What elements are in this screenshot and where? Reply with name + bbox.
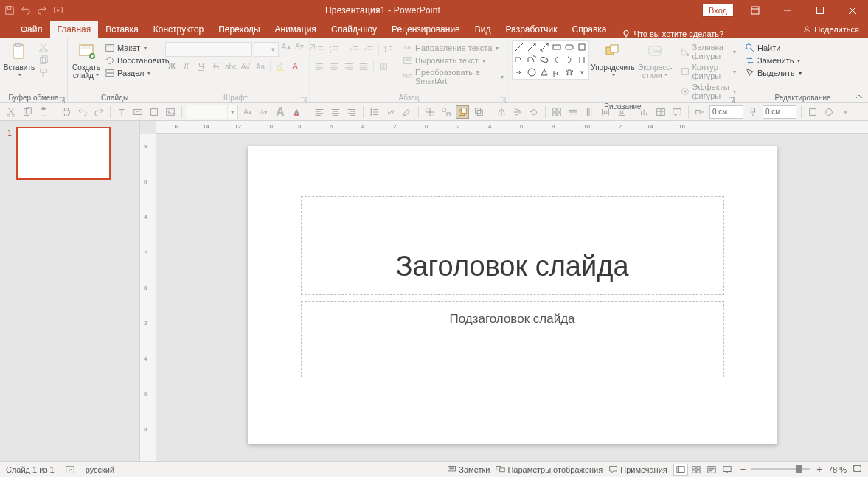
- slide-thumbnail[interactable]: 1: [7, 127, 132, 180]
- start-from-beginning-icon[interactable]: [53, 5, 63, 15]
- shape-fill-button[interactable]: Заливка фигуры▾: [678, 42, 737, 61]
- underline-button[interactable]: Ч: [195, 60, 208, 73]
- eb-more2[interactable]: [822, 105, 836, 119]
- bullets-button[interactable]: [313, 43, 326, 56]
- normal-view-button[interactable]: [673, 464, 688, 476]
- find-button[interactable]: Найти: [743, 42, 803, 54]
- tab-insert[interactable]: Вставка: [98, 21, 146, 38]
- comments-button[interactable]: Примечания: [608, 464, 667, 474]
- notes-button[interactable]: Заметки: [447, 464, 490, 474]
- layout-button[interactable]: Макет▾: [103, 42, 170, 54]
- undo-icon[interactable]: [21, 5, 31, 15]
- redo-icon[interactable]: [37, 5, 47, 15]
- eb-align-center[interactable]: [329, 105, 342, 119]
- eb-rotate[interactable]: [527, 105, 541, 119]
- eb-align-left[interactable]: [313, 105, 326, 119]
- columns-button[interactable]: [377, 60, 390, 73]
- eb-align-right[interactable]: [345, 105, 358, 119]
- font-dialog-launcher[interactable]: [300, 94, 308, 101]
- eb-highlight[interactable]: [400, 105, 414, 119]
- tab-view[interactable]: Вид: [468, 21, 499, 38]
- numbering-button[interactable]: 123: [327, 43, 341, 56]
- text-shadow-button[interactable]: abc: [224, 60, 237, 73]
- eb-grid3[interactable]: [583, 105, 596, 119]
- format-painter-button[interactable]: [37, 67, 50, 79]
- eb-distribute-h[interactable]: [599, 105, 612, 119]
- align-left-button[interactable]: [313, 60, 326, 73]
- fit-to-window-button[interactable]: [853, 464, 862, 475]
- eb-flip-h[interactable]: [495, 105, 508, 119]
- eb-shape[interactable]: [147, 105, 161, 119]
- line-spacing-button[interactable]: [382, 43, 395, 56]
- zoom-level[interactable]: 78 %: [828, 465, 847, 474]
- eb-link[interactable]: [384, 105, 397, 119]
- thumbnail-pane[interactable]: 1: [0, 121, 140, 461]
- cut-button[interactable]: [37, 42, 50, 54]
- ruler-vertical[interactable]: 864202468: [140, 134, 156, 461]
- text-direction-button[interactable]: IIAНаправление текста▾: [401, 42, 505, 54]
- char-spacing-button[interactable]: AV: [239, 60, 252, 73]
- eb-pos-x[interactable]: [693, 105, 706, 119]
- eb-chart[interactable]: [638, 105, 651, 119]
- slide[interactable]: Заголовок слайда Подзаголовок слайда: [248, 146, 777, 444]
- font-name-combo[interactable]: ▾: [165, 42, 252, 57]
- eb-grid1[interactable]: [550, 105, 563, 119]
- eb-image[interactable]: [164, 105, 177, 119]
- font-size-combo[interactable]: ▾: [254, 42, 279, 57]
- tab-slideshow[interactable]: Слайд-шоу: [324, 21, 384, 38]
- align-right-button[interactable]: [342, 60, 355, 73]
- align-center-button[interactable]: [327, 60, 341, 73]
- eb-print[interactable]: [60, 105, 73, 119]
- slide-counter[interactable]: Слайд 1 из 1: [6, 465, 55, 474]
- save-icon[interactable]: [4, 5, 15, 15]
- eb-grid2[interactable]: [566, 105, 580, 119]
- change-case-button[interactable]: Aa: [254, 60, 267, 73]
- zoom-out-button[interactable]: −: [740, 464, 746, 475]
- font-color-highlight-button[interactable]: [274, 60, 287, 73]
- select-button[interactable]: Выделить▾: [743, 67, 803, 79]
- share-button[interactable]: Поделиться: [802, 21, 859, 38]
- shape-outline-button[interactable]: Контур фигуры▾: [678, 62, 737, 81]
- drawing-dialog-launcher[interactable]: [728, 94, 735, 101]
- replace-button[interactable]: Заменить▾: [743, 55, 803, 66]
- eb-spin-y[interactable]: [763, 105, 796, 119]
- sorter-view-button[interactable]: [689, 464, 704, 476]
- close-button[interactable]: [837, 0, 868, 21]
- tab-file[interactable]: Файл: [13, 21, 50, 38]
- justify-button[interactable]: [357, 60, 370, 73]
- tab-review[interactable]: Рецензирование: [384, 21, 468, 38]
- eb-textbox[interactable]: [131, 105, 145, 119]
- eb-cut[interactable]: [4, 105, 18, 119]
- eb-send-back[interactable]: [472, 105, 485, 119]
- subtitle-placeholder[interactable]: Подзаголовок слайда: [301, 301, 724, 377]
- eb-redo[interactable]: [92, 105, 105, 119]
- eb-distribute-v[interactable]: [615, 105, 628, 119]
- eb-font-combo[interactable]: ▾: [187, 105, 238, 119]
- tab-animations[interactable]: Анимация: [268, 21, 324, 38]
- eb-bold[interactable]: A: [274, 105, 287, 119]
- minimize-button[interactable]: [772, 0, 803, 21]
- eb-dropdown[interactable]: ▾: [839, 105, 852, 119]
- eb-flip-v[interactable]: [511, 105, 524, 119]
- title-placeholder[interactable]: Заголовок слайда: [301, 196, 724, 295]
- eb-more1[interactable]: [806, 105, 819, 119]
- eb-paste[interactable]: [37, 105, 50, 119]
- paste-button[interactable]: Вставить: [3, 40, 35, 81]
- arrange-button[interactable]: Упорядочить: [591, 40, 635, 81]
- bold-button[interactable]: Ж: [165, 60, 178, 73]
- eb-pos-y[interactable]: [746, 105, 760, 119]
- eb-table[interactable]: [654, 105, 667, 119]
- login-button[interactable]: Вход: [702, 4, 734, 17]
- eb-grow[interactable]: A▴: [241, 105, 254, 119]
- new-slide-button[interactable]: Создать слайд: [71, 40, 102, 81]
- decrease-indent-button[interactable]: [347, 43, 361, 56]
- thumb-preview[interactable]: [16, 127, 111, 180]
- clipboard-dialog-launcher[interactable]: [58, 94, 66, 101]
- tell-me-search[interactable]: Что вы хотите сделать?: [614, 29, 732, 38]
- grow-font-button[interactable]: A▴: [280, 42, 292, 57]
- zoom-in-button[interactable]: +: [816, 464, 822, 475]
- collapse-ribbon-button[interactable]: [855, 91, 865, 101]
- eb-ungroup[interactable]: [440, 105, 453, 119]
- tab-developer[interactable]: Разработчик: [498, 21, 564, 38]
- eb-comment[interactable]: [670, 105, 684, 119]
